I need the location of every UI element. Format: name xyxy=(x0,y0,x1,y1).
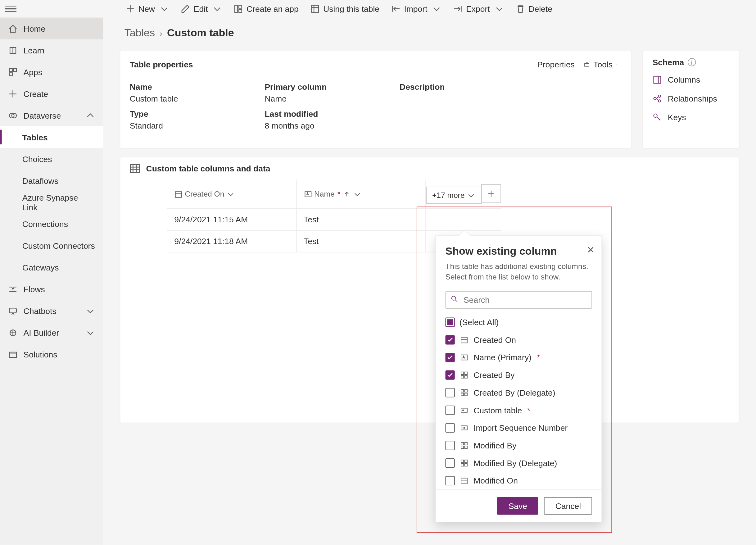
checkbox-icon[interactable] xyxy=(446,423,455,433)
checkbox-icon[interactable] xyxy=(446,458,455,468)
column-option[interactable]: Created On xyxy=(446,331,599,349)
column-option[interactable]: (Select All) xyxy=(446,313,599,331)
text-icon xyxy=(304,190,312,198)
key-icon xyxy=(459,406,469,415)
new-button[interactable]: New xyxy=(121,2,174,16)
close-icon[interactable]: ✕ xyxy=(587,244,595,255)
sidebar-item-ai-builder[interactable]: AI Builder xyxy=(0,322,103,343)
chevron-down-icon xyxy=(432,4,441,13)
column-option-label: Custom table xyxy=(473,406,522,415)
svg-point-17 xyxy=(659,100,661,102)
svg-rect-11 xyxy=(9,352,16,357)
column-option[interactable]: Name (Primary) * xyxy=(446,349,599,366)
cancel-button[interactable]: Cancel xyxy=(544,497,592,515)
sidebar-item-choices[interactable]: Choices xyxy=(0,148,103,170)
using-table-button[interactable]: Using this table xyxy=(306,2,384,16)
column-header-created-on[interactable]: Created On xyxy=(167,179,297,209)
export-button[interactable]: Export xyxy=(448,2,509,16)
checkbox-icon[interactable] xyxy=(446,406,455,415)
chevron-down-icon xyxy=(353,190,361,198)
column-option[interactable]: Modified On xyxy=(446,472,599,490)
sidebar-item-solutions[interactable]: Solutions xyxy=(0,343,103,365)
svg-rect-36 xyxy=(461,443,464,445)
prop-name-value: Custom table xyxy=(130,94,241,103)
lookup-icon xyxy=(459,441,469,450)
sidebar-item-apps[interactable]: Apps xyxy=(0,61,103,83)
sidebar-item-learn[interactable]: Learn xyxy=(0,39,103,61)
sidebar-item-dataverse[interactable]: Dataverse xyxy=(0,104,103,126)
sidebar-item-tables[interactable]: Tables xyxy=(0,126,103,148)
show-existing-column-flyout: Show existing column ✕ This table has ad… xyxy=(435,235,602,522)
column-option-label: Name (Primary) xyxy=(473,353,532,362)
svg-rect-19 xyxy=(130,165,140,173)
edit-button[interactable]: Edit xyxy=(176,2,227,16)
schema-keys[interactable]: Keys xyxy=(643,108,739,127)
column-option[interactable]: Created By xyxy=(446,366,599,384)
svg-rect-38 xyxy=(461,446,464,448)
sidebar-item-gateways[interactable]: Gateways xyxy=(0,257,103,278)
table-row[interactable]: 9/24/2021 11:15 AMTest xyxy=(167,209,501,230)
svg-point-34 xyxy=(463,410,464,411)
prop-name-label: Name xyxy=(130,82,241,92)
chevron-down-icon xyxy=(86,328,95,337)
svg-rect-5 xyxy=(13,68,16,71)
more-columns-button[interactable]: +17 more xyxy=(426,187,482,204)
add-column-button[interactable] xyxy=(481,184,501,203)
svg-rect-40 xyxy=(461,460,464,462)
svg-rect-27 xyxy=(461,376,464,378)
breadcrumb-tables[interactable]: Tables xyxy=(124,27,155,39)
checkbox-icon[interactable] xyxy=(446,335,455,344)
properties-button[interactable]: Properties xyxy=(529,57,579,71)
lookup-icon xyxy=(459,388,469,397)
column-option-label: Created By (Delegate) xyxy=(473,388,555,397)
sidebar-item-synapse[interactable]: Azure Synapse Link xyxy=(0,191,103,213)
svg-rect-6 xyxy=(9,72,12,75)
breadcrumb-current: Custom table xyxy=(167,27,234,39)
checkbox-icon[interactable] xyxy=(446,318,455,327)
column-option[interactable]: Custom table * xyxy=(446,402,599,419)
chevron-down-icon xyxy=(616,61,617,68)
sidebar-item-dataflows[interactable]: Dataflows xyxy=(0,170,103,191)
sidebar-item-connections[interactable]: Connections xyxy=(0,213,103,235)
svg-rect-43 xyxy=(465,464,467,466)
lookup-icon xyxy=(459,458,469,468)
prop-description-label: Description xyxy=(400,82,511,92)
chevron-down-icon xyxy=(160,4,169,13)
checkbox-icon[interactable] xyxy=(446,370,455,380)
create-app-button[interactable]: Create an app xyxy=(229,2,303,16)
svg-rect-14 xyxy=(654,76,661,84)
chevron-down-icon xyxy=(86,306,95,316)
import-button[interactable]: Import xyxy=(387,2,446,16)
sidebar-item-home[interactable]: Home xyxy=(0,18,103,39)
column-option[interactable]: Modified By xyxy=(446,437,599,454)
svg-rect-39 xyxy=(465,446,467,448)
search-input[interactable] xyxy=(446,291,592,309)
delete-button[interactable]: Delete xyxy=(511,2,557,16)
column-header-name[interactable]: Name* xyxy=(296,179,425,209)
sidebar-item-chatbots[interactable]: Chatbots xyxy=(0,300,103,322)
sidebar-item-create[interactable]: Create xyxy=(0,83,103,104)
checkbox-icon[interactable] xyxy=(446,353,455,362)
column-option-label: Modified By (Delegate) xyxy=(473,458,557,468)
schema-relationships[interactable]: Relationships xyxy=(643,89,739,108)
column-option[interactable]: Import Sequence Number xyxy=(446,419,599,437)
text-icon xyxy=(459,353,469,362)
column-option-label: (Select All) xyxy=(459,318,499,327)
chevron-down-icon xyxy=(227,190,235,198)
column-option-label: Created By xyxy=(473,370,514,380)
schema-columns[interactable]: Columns xyxy=(643,70,739,89)
column-option[interactable]: Modified By (Delegate) xyxy=(446,454,599,472)
sidebar-item-custom-connectors[interactable]: Custom Connectors xyxy=(0,235,103,257)
info-icon[interactable]: i xyxy=(688,58,696,66)
save-button[interactable]: Save xyxy=(497,497,538,515)
tools-button[interactable]: Tools xyxy=(579,57,622,71)
sidebar-item-flows[interactable]: Flows xyxy=(0,278,103,300)
checkbox-icon[interactable] xyxy=(446,476,455,485)
svg-rect-13 xyxy=(585,63,589,66)
svg-rect-1 xyxy=(239,5,242,8)
column-option[interactable]: Created By (Delegate) xyxy=(446,384,599,402)
hamburger-menu[interactable] xyxy=(5,3,16,15)
svg-rect-33 xyxy=(461,408,467,412)
checkbox-icon[interactable] xyxy=(446,388,455,397)
checkbox-icon[interactable] xyxy=(446,441,455,450)
